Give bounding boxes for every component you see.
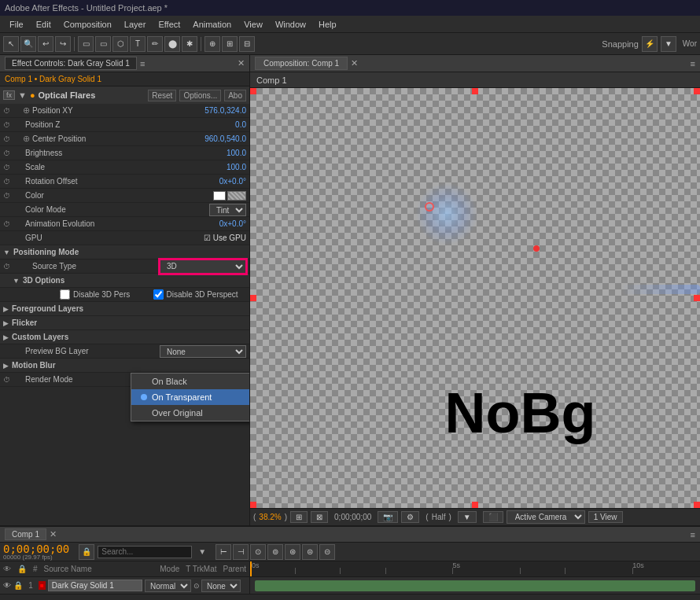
stopwatch-render-mode[interactable]: ⏱ [3, 376, 10, 384]
scale-value[interactable]: 100.0 [227, 163, 246, 171]
nav-btn-6[interactable]: ⊜ [302, 544, 318, 560]
source-name-header: Source Name [44, 565, 92, 573]
menu-help[interactable]: Help [312, 18, 343, 31]
toolbar-btn-7[interactable]: ⬡ [112, 36, 128, 52]
stopwatch-position-z[interactable]: ⏱ [3, 121, 10, 129]
timeline-lock-btn[interactable]: 🔒 [79, 544, 94, 560]
section-motion-blur[interactable]: ▶ Motion Blur [0, 359, 249, 373]
rotation-offset-value[interactable]: 0x+0.0° [219, 177, 246, 186]
center-position-value[interactable]: 960.0,540.0 [204, 134, 246, 143]
render-mode-option-on-black[interactable]: On Black [131, 374, 249, 389]
layer-name-1[interactable]: Dark Gray Solid 1 [48, 580, 142, 591]
optical-flares-header[interactable]: fx ▼ ● Optical Flares Reset Options... A… [0, 87, 249, 104]
menu-view[interactable]: View [238, 18, 269, 31]
comp-breadcrumb-label[interactable]: Comp 1 [256, 75, 287, 85]
menu-edit[interactable]: Edit [30, 18, 57, 31]
toolbar-btn-11[interactable]: ✱ [182, 36, 197, 52]
stopwatch-position-xy[interactable]: ⏱ [3, 107, 10, 115]
nav-btn-2[interactable]: ⊣ [233, 544, 249, 560]
section-3d-options[interactable]: ▼ 3D Options [0, 274, 249, 288]
stopwatch-brightness[interactable]: ⏱ [3, 149, 10, 157]
nav-btn-3[interactable]: ⊙ [250, 544, 266, 560]
radio-on-black [141, 378, 147, 385]
toolbar-btn-9[interactable]: ✏ [147, 36, 163, 52]
camera-icon-btn[interactable]: 📷 [378, 511, 398, 523]
disable-3d-pers-checkbox[interactable] [60, 289, 70, 300]
section-custom-layers[interactable]: ▶ Custom Layers [0, 330, 249, 344]
stopwatch-color[interactable]: ⏱ [3, 192, 10, 200]
quality-dropdown[interactable]: ▼ [458, 511, 477, 523]
layer-lock-toggle[interactable]: 🔒 [13, 581, 23, 590]
animation-evolution-value[interactable]: 0x+0.0° [219, 219, 246, 228]
section-positioning-mode[interactable]: ▼ Positioning Mode [0, 245, 249, 260]
nav-btn-4[interactable]: ⊚ [267, 544, 283, 560]
toolbar-btn-10[interactable]: ⬤ [164, 36, 180, 52]
render-mode-option-on-transparent[interactable]: On Transparent [131, 389, 249, 405]
stopwatch-animation-evolution[interactable]: ⏱ [3, 220, 10, 228]
nav-btn-1[interactable]: ⊢ [216, 544, 231, 560]
reset-btn[interactable]: Reset [148, 90, 176, 101]
disable-3d-perspect-checkbox[interactable] [153, 289, 164, 300]
menu-effect[interactable]: Effect [152, 18, 186, 31]
preview-bg-layer-label: Preview BG Layer [25, 347, 160, 355]
view-select[interactable]: Active Camera [507, 510, 585, 524]
toolbar-btn-13[interactable]: ⊞ [222, 36, 238, 52]
render-options-btn[interactable]: ⬛ [483, 511, 503, 523]
timeline-tab-close[interactable]: ✕ [50, 529, 57, 539]
stopwatch-center-position[interactable]: ⏱ [3, 135, 10, 143]
timeline-left-header: 👁 🔒 # Source Name Mode T TrkMat Parent [0, 561, 250, 576]
section-foreground-layers[interactable]: ▶ Foreground Layers [0, 302, 249, 316]
comp-panel-menu-icon[interactable]: ≡ [691, 59, 695, 68]
toolbar-btn-4[interactable]: ↪ [55, 36, 71, 52]
layer-visibility-toggle[interactable]: 👁 [3, 581, 11, 590]
position-xy-value[interactable]: 576.0,324.0 [204, 106, 246, 115]
toolbar-btn-6[interactable]: ▭ [95, 36, 111, 52]
effect-enable-toggle[interactable]: ● [30, 90, 35, 100]
nav-btn-7[interactable]: ⊝ [319, 544, 335, 560]
effect-panel-tab[interactable]: Effect Controls: Dark Gray Solid 1 [5, 57, 137, 70]
menu-layer[interactable]: Layer [118, 18, 153, 31]
layer-trkmat-dropdown-1[interactable]: None [201, 580, 241, 592]
stopwatch-rotation-offset[interactable]: ⏱ [3, 178, 10, 186]
abo-btn[interactable]: Abo [224, 90, 246, 101]
nav-btn-5[interactable]: ⊛ [285, 544, 300, 560]
prop-color: ⏱ Color [0, 189, 249, 203]
toolbar-btn-3[interactable]: ↩ [38, 36, 53, 52]
color-mode-dropdown[interactable]: Tint [209, 204, 246, 216]
menu-window[interactable]: Window [269, 18, 312, 31]
effect-panel-close-icon[interactable]: ✕ [238, 58, 245, 68]
snapping-options[interactable]: ▼ [661, 36, 676, 52]
stopwatch-source-type[interactable]: ⏱ [3, 263, 10, 271]
toolbar-btn-2[interactable]: 🔍 [20, 36, 36, 52]
timeline-menu-icon[interactable]: ≡ [691, 530, 695, 539]
toolbar-btn-1[interactable]: ↖ [3, 36, 19, 52]
layer-mode-dropdown-1[interactable]: Normal [145, 580, 191, 592]
stopwatch-scale[interactable]: ⏱ [3, 164, 10, 171]
options-btn[interactable]: Options... [179, 90, 221, 101]
fit-view-btn[interactable]: ⊞ [290, 511, 308, 523]
position-z-value[interactable]: 0.0 [235, 120, 246, 129]
toolbar-btn-8[interactable]: T [130, 36, 146, 52]
effect-panel-menu-icon[interactable]: ≡ [140, 59, 145, 68]
source-type-dropdown[interactable]: 3D [160, 260, 246, 274]
brightness-value[interactable]: 100.0 [227, 149, 246, 157]
view-options-btn[interactable]: ⊠ [311, 511, 328, 523]
comp-panel-tab[interactable]: Composition: Comp 1 [255, 57, 348, 70]
timeline-search-input[interactable] [98, 546, 192, 558]
menu-file[interactable]: File [3, 18, 30, 31]
toolbar-btn-5[interactable]: ▭ [78, 36, 94, 52]
preview-bg-layer-dropdown[interactable]: None [160, 345, 246, 358]
toolbar-btn-12[interactable]: ⊕ [204, 36, 220, 52]
render-mode-option-over-original[interactable]: Over Original [131, 405, 249, 421]
quality-indicator: ( [426, 513, 428, 521]
timeline-tab[interactable]: Comp 1 [5, 528, 46, 540]
view-count-btn[interactable]: 1 View [588, 511, 623, 523]
menu-animation[interactable]: Animation [186, 18, 238, 31]
toolbar-btn-14[interactable]: ⊟ [239, 36, 255, 52]
snapshot-btn[interactable]: ⚙ [401, 511, 419, 523]
menu-composition[interactable]: Composition [57, 18, 118, 31]
color-swatch[interactable] [213, 191, 246, 201]
comp-panel-close-icon[interactable]: ✕ [351, 58, 358, 68]
snapping-toggle[interactable]: ⚡ [642, 36, 658, 52]
section-flicker[interactable]: ▶ Flicker [0, 316, 249, 330]
